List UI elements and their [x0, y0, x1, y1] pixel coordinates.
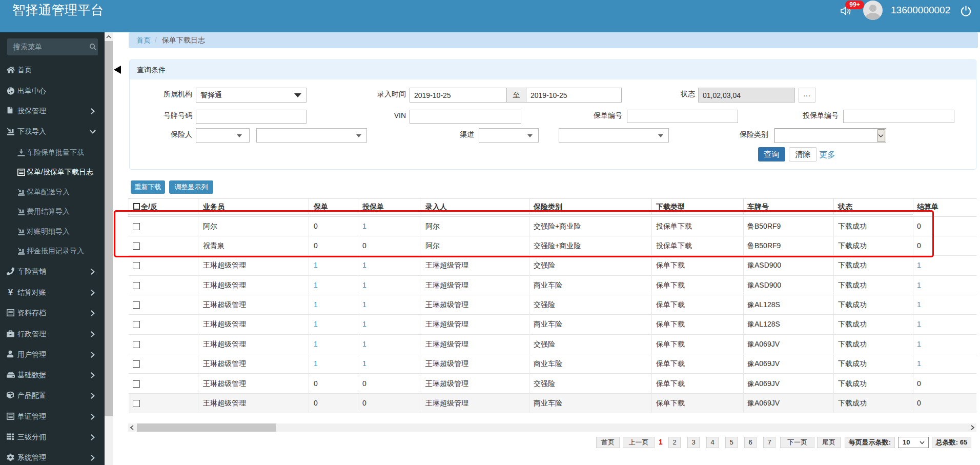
svg-text:¥: ¥ — [8, 288, 13, 296]
